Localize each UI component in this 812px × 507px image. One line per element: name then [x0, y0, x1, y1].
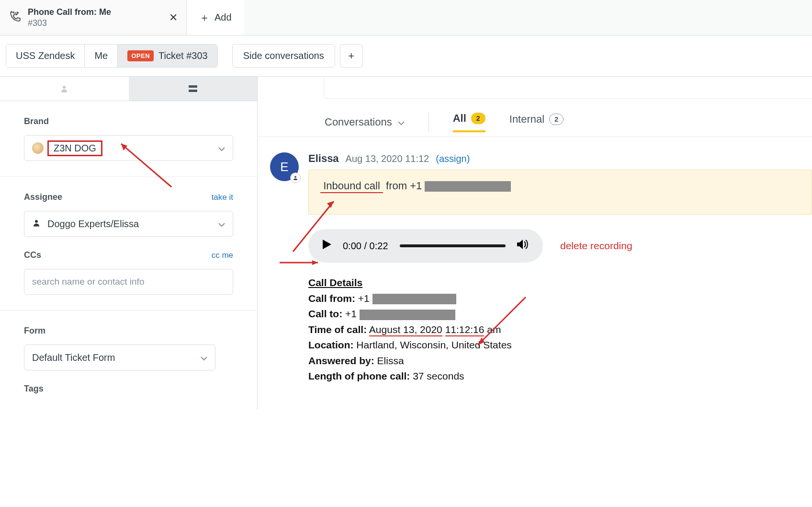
- redacted-number: [425, 181, 511, 192]
- event-timestamp: Aug 13, 2020 11:12: [346, 153, 429, 164]
- brand-section: Brand Z3N DOG: [0, 101, 257, 177]
- assignee-value: Doggo Experts/Elissa: [47, 219, 139, 230]
- call-time-row: Time of call: August 13, 2020 11:12:16 a…: [308, 322, 812, 338]
- conversation-event: E Elissa Aug 13, 2020 11:12 (assign) .In…: [258, 137, 812, 384]
- note-text: .Inbound call.: [320, 180, 383, 193]
- form-label: Form: [24, 326, 233, 336]
- breadcrumb-org[interactable]: USS Zendesk: [6, 45, 85, 67]
- svg-marker-5: [323, 240, 331, 249]
- chevron-down-icon: [218, 143, 225, 154]
- person-icon: [290, 173, 301, 183]
- conversation-filter-bar: Conversations All 2 Internal 2: [258, 99, 812, 137]
- cc-me-link[interactable]: cc me: [212, 251, 233, 260]
- event-author: Elissa: [308, 152, 339, 165]
- chevron-down-icon: [398, 116, 405, 128]
- call-to-row: Call to: +1: [308, 306, 812, 322]
- add-side-conversation-button[interactable]: +: [340, 44, 363, 68]
- redacted-number: [360, 310, 455, 320]
- audio-track[interactable]: [400, 244, 506, 247]
- count-badge: 2: [549, 114, 564, 125]
- person-icon: [32, 219, 41, 230]
- side-conversations-group: Side conversations +: [232, 44, 363, 68]
- conversations-dropdown[interactable]: Conversations: [325, 116, 405, 128]
- brand-label: Brand: [24, 116, 233, 127]
- status-badge: OPEN: [127, 50, 154, 61]
- play-icon[interactable]: [323, 240, 331, 252]
- form-select[interactable]: Default Ticket Form: [24, 345, 215, 370]
- audio-time: 0:00 / 0:22: [343, 241, 388, 252]
- redacted-number: [372, 294, 456, 304]
- internal-note: .Inbound call. from +1: [308, 170, 812, 215]
- call-length-row: Length of phone call: 37 seconds: [308, 369, 812, 384]
- take-it-link[interactable]: take it: [212, 193, 233, 202]
- call-location-row: Location: Hartland, Wisconsin, United St…: [308, 337, 812, 353]
- event-body: Elissa Aug 13, 2020 11:12 (assign) .Inbo…: [308, 152, 812, 384]
- side-conversations-button[interactable]: Side conversations: [232, 44, 335, 68]
- svg-point-3: [35, 220, 38, 223]
- author-avatar: E: [270, 152, 299, 181]
- chevron-down-icon: [218, 219, 225, 230]
- panel-stub: [324, 77, 812, 99]
- event-header: Elissa Aug 13, 2020 11:12 (assign): [308, 152, 812, 165]
- assignee-label: Assignee take it: [24, 192, 233, 202]
- brand-select[interactable]: Z3N DOG: [24, 135, 233, 161]
- close-tab-icon[interactable]: ✕: [169, 12, 178, 24]
- add-tab-button[interactable]: ＋ Add: [187, 0, 244, 35]
- fields-icon: [189, 85, 197, 92]
- person-icon: [60, 84, 68, 93]
- ticket-sidebar: Brand Z3N DOG Assignee take it Doggo Exp…: [0, 77, 258, 409]
- breadcrumb-requester[interactable]: Me: [85, 45, 118, 67]
- delete-recording-link[interactable]: delete recording: [560, 240, 632, 252]
- assignee-select[interactable]: Doggo Experts/Elissa: [24, 211, 233, 237]
- ticket-number-label: Ticket #303: [158, 50, 208, 61]
- sidebar-tabs: [0, 77, 257, 101]
- toolbar-row: USS Zendesk Me OPEN Ticket #303 Side con…: [0, 35, 812, 76]
- filter-internal[interactable]: Internal 2: [509, 113, 564, 131]
- sidebar-tab-requester[interactable]: [0, 77, 129, 101]
- chevron-down-icon: [201, 352, 207, 363]
- filter-all[interactable]: All 2: [453, 112, 485, 132]
- volume-icon[interactable]: [517, 239, 529, 253]
- svg-point-4: [294, 176, 296, 178]
- ccs-label: CCs cc me: [24, 250, 233, 260]
- main-area: Brand Z3N DOG Assignee take it Doggo Exp…: [0, 76, 812, 409]
- breadcrumb-segmented: USS Zendesk Me OPEN Ticket #303: [6, 44, 218, 68]
- assignee-section: Assignee take it Doggo Experts/Elissa CC…: [0, 177, 257, 311]
- tab-subtitle: #303: [28, 18, 111, 28]
- add-tab-label: Add: [214, 12, 232, 23]
- top-tab-strip: Phone Call from: Me #303 ✕ ＋ Add: [0, 0, 812, 35]
- form-section: Form Default Ticket Form Tags: [0, 311, 257, 409]
- audio-player[interactable]: 0:00 / 0:22: [308, 229, 543, 263]
- divider: [429, 113, 429, 132]
- audio-row: 0:00 / 0:22 delete recording: [308, 229, 812, 263]
- tab-text: Phone Call from: Me #303: [28, 7, 111, 28]
- plus-icon: ＋: [199, 11, 210, 25]
- ticket-tab[interactable]: Phone Call from: Me #303 ✕: [0, 0, 187, 35]
- call-answered-row: Answered by: Elissa: [308, 353, 812, 369]
- brand-avatar-icon: [32, 142, 44, 154]
- assign-link[interactable]: (assign): [436, 153, 470, 164]
- call-from-row: Call from: +1: [308, 291, 812, 307]
- count-badge: 2: [471, 113, 485, 124]
- svg-point-0: [63, 86, 66, 89]
- svg-rect-1: [189, 85, 197, 88]
- ccs-input[interactable]: [24, 269, 233, 295]
- form-value: Default Ticket Form: [32, 352, 115, 363]
- conversation-panel: Conversations All 2 Internal 2 E: [258, 77, 812, 409]
- call-details: Call Details Call from: +1 Call to: +1 T…: [308, 275, 812, 384]
- svg-rect-2: [189, 90, 197, 92]
- breadcrumb-ticket[interactable]: OPEN Ticket #303: [118, 45, 217, 67]
- svg-marker-6: [517, 240, 523, 249]
- call-details-header: Call Details: [308, 275, 812, 291]
- brand-value-highlight: Z3N DOG: [47, 140, 102, 156]
- phone-inbound-icon: [9, 11, 21, 24]
- tab-title: Phone Call from: Me: [28, 7, 111, 17]
- sidebar-tab-ticket[interactable]: [129, 77, 258, 101]
- tags-label: Tags: [24, 384, 233, 394]
